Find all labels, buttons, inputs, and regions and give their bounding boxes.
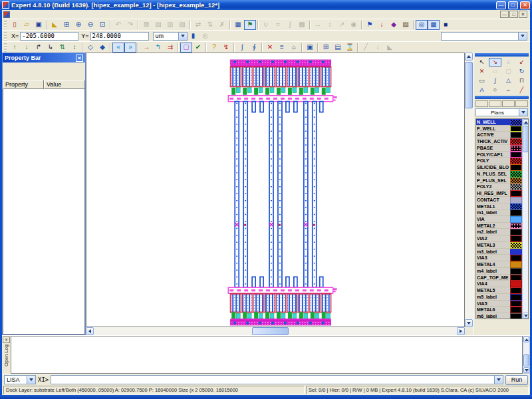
layer-row[interactable]: N_PLUS_SEL [476,171,522,178]
minimize-button[interactable]: — [496,1,506,9]
layer-swatch[interactable] [510,229,522,235]
settings-gear-icon[interactable]: ◎ [200,31,211,41]
layer-row[interactable]: METAL5 [476,287,522,294]
layer-name[interactable]: m5_label [476,294,510,301]
stretch-tool-icon[interactable]: ▢ [502,67,515,76]
panel-grip[interactable] [475,96,529,99]
move-tool-icon[interactable]: ✕ [475,67,488,76]
pin-out-icon[interactable]: ↳ [45,43,57,53]
layer-row[interactable]: METAL3 [476,242,522,249]
scroll-down-button[interactable] [523,367,529,373]
print-preview-icon[interactable]: ▤ [332,43,344,53]
measure-diagonal-icon[interactable]: ↗ [336,20,348,30]
y-coordinate-input[interactable]: 248.0000 [90,32,149,41]
layer-name[interactable]: ACTIVE [476,132,510,138]
layer-swatch[interactable] [510,313,522,319]
maximize-button[interactable]: □ [508,1,518,9]
scroll-up-button[interactable] [523,336,529,342]
layer-swatch[interactable] [510,145,522,152]
layer-swatch[interactable] [510,268,522,275]
dim-ruler-icon[interactable]: ╱ [360,43,372,53]
layer-name[interactable]: VIA3 [476,255,510,261]
layer-name[interactable]: THICK_ACTIV [476,138,510,145]
scroll-down-button[interactable] [523,313,529,319]
layer-name[interactable]: METAL1 [476,203,510,210]
layer-swatch[interactable] [510,138,522,145]
redo-icon[interactable]: ↷ [124,20,136,30]
scroll-down-button[interactable] [465,319,473,327]
layer-row[interactable]: VIA5 [476,301,522,307]
layer-row[interactable]: VIA [476,216,522,223]
layer-name[interactable]: PBASE [476,145,510,152]
net-flag-up-icon[interactable]: ↑ [9,43,21,53]
vertical-scroll-thumb[interactable] [465,62,473,108]
console-tab-label[interactable]: Open Log [3,344,9,366]
layer-name[interactable]: CONTACT [476,197,510,203]
layer-swatch[interactable] [510,223,522,229]
pointer-tool-icon[interactable]: ↖ [475,58,488,66]
unit-dropdown-button[interactable] [178,33,187,40]
layer-list-scrollbar[interactable] [522,119,528,319]
mdi-close-button[interactable]: ✕ [519,11,527,18]
layer-swatch[interactable] [510,171,522,178]
flip-vertical-icon[interactable]: ⇅ [204,20,216,30]
value-column-header[interactable]: Value [44,80,85,89]
rotate-tool-icon[interactable]: ↻ [515,67,528,76]
layer-swatch[interactable] [510,203,522,210]
show-grid-icon[interactable]: ▦ [428,20,440,30]
layer-row[interactable]: m6_label [476,313,522,319]
fill-mode-icon[interactable]: ■ [440,20,452,30]
circle-tool-icon[interactable]: ○ [489,86,501,94]
save-cell-icon[interactable]: ▣ [33,20,45,30]
close-button[interactable]: ✕ [520,1,530,9]
layer-row[interactable]: VIA4 [476,281,522,287]
layer-swatch[interactable] [510,301,522,307]
layer-row[interactable]: m3_label [476,249,522,255]
flag-marker-icon[interactable]: ⚑ [364,20,376,30]
layer-name[interactable]: N_PLUS_SEL [476,171,510,178]
pin-bi-icon[interactable]: ⇅ [57,43,68,53]
dim-slope-icon[interactable]: ◣ [384,43,396,53]
trace-path-icon[interactable]: ∫ [236,43,248,53]
connectivity-icon[interactable]: ↯ [220,43,232,53]
horizontal-scroll-thumb[interactable] [252,327,289,335]
edit-cell-icon[interactable]: ◆ [96,43,108,53]
layer-swatch[interactable] [510,261,522,268]
new-cell-icon[interactable]: ▯ [9,20,21,30]
undo-icon[interactable]: ↶ [112,20,124,30]
polygon-draw-icon[interactable]: △ [502,76,515,85]
layer-name[interactable]: METAL6 [476,307,510,313]
command-input[interactable] [51,375,503,384]
select-region-icon[interactable]: ▢ [180,43,192,53]
text-tool-icon[interactable]: A [475,86,488,94]
layer-swatch[interactable] [510,152,522,158]
layer-name[interactable]: N_WELL [476,119,510,126]
cut-icon[interactable]: ⊠ [140,20,152,30]
goto-next-error-icon[interactable]: → [140,43,152,53]
net-flag-down-icon[interactable]: ↓ [21,43,33,53]
layer-swatch[interactable] [510,190,522,197]
arc-tool-icon[interactable]: ⌣ [502,86,515,94]
layer-name[interactable]: m6_label [476,313,510,319]
layer-row[interactable]: m2_label [476,229,522,235]
select-cell-icon[interactable]: ◇ [84,43,96,53]
layer-name[interactable]: METAL5 [476,287,510,294]
batch-icon[interactable]: ▣ [304,43,316,53]
layer-row[interactable]: CONTACT [476,197,522,203]
layer-name[interactable]: P_WELL [476,126,510,132]
layer-view-button-nv[interactable] [515,100,528,107]
layer-row[interactable]: POLY2 [476,184,522,190]
layer-row[interactable]: METAL4 [476,261,522,268]
layer-name[interactable]: VIA5 [476,301,510,307]
delete-icon[interactable]: ✗ [216,20,228,30]
notes-icon[interactable]: ▤ [400,20,412,30]
select-tool-icon[interactable]: ↘ [489,58,501,66]
command-mode-dropdown-button[interactable] [27,376,35,384]
grid-icon[interactable]: ▦ [232,20,244,30]
scroll-up-button[interactable] [523,119,529,125]
scroll-up-button[interactable] [465,53,473,61]
layer-row[interactable]: VIA2 [476,235,522,242]
layer-row[interactable]: PBASE [476,145,522,152]
snap-flag-icon[interactable]: ⚑ [244,20,256,30]
layer-swatch[interactable] [510,178,522,184]
